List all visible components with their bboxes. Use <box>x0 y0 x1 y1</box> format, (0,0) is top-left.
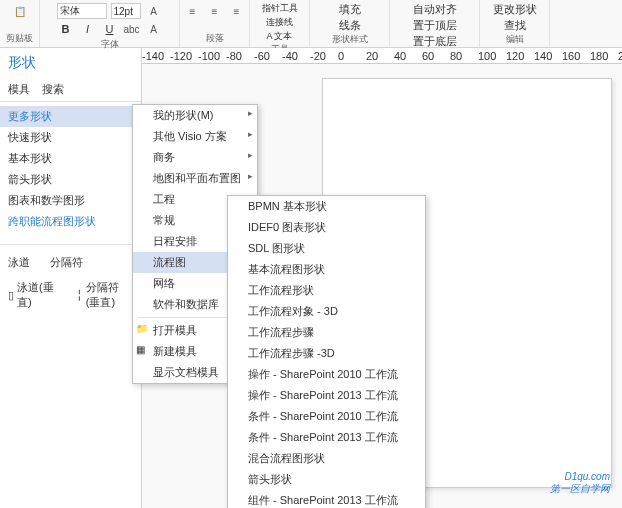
ruler-tick: 140 <box>534 50 552 62</box>
menu-item[interactable]: 工作流程形状 <box>228 280 425 301</box>
tab-search[interactable]: 搜索 <box>42 82 64 97</box>
sidebar-item-more-shapes[interactable]: 更多形状 <box>0 106 141 127</box>
ruler-tick: -40 <box>282 50 298 62</box>
ruler-tick: -20 <box>310 50 326 62</box>
shapes-sidebar: 形状 模具 搜索 更多形状 快速形状 基本形状 箭头形状 图表和数学图形 跨职能… <box>0 48 142 508</box>
ruler-tick: 200 <box>618 50 622 62</box>
align-button[interactable]: 自动对齐 <box>413 2 457 17</box>
ribbon-tools: 指针工具 连接线 A 文本 工具 <box>250 0 310 47</box>
font-color-icon[interactable]: A <box>145 20 163 38</box>
ruler-tick: 60 <box>422 50 434 62</box>
menu-item[interactable]: 操作 - SharePoint 2013 工作流 <box>228 385 425 406</box>
paste-button[interactable]: 📋 <box>11 2 29 20</box>
change-shape-button[interactable]: 更改形状 <box>493 2 537 17</box>
menu-item[interactable]: IDEF0 图表形状 <box>228 217 425 238</box>
menu-item[interactable]: 操作 - SharePoint 2010 工作流 <box>228 364 425 385</box>
ruler-tick: 180 <box>590 50 608 62</box>
menu-item[interactable]: 箭头形状 <box>228 469 425 490</box>
send-back-button[interactable]: 置于底层 <box>413 34 457 49</box>
sidebar-item[interactable]: 箭头形状 <box>0 169 141 190</box>
menu-item[interactable]: 我的形状(M) <box>133 105 257 126</box>
menu-item[interactable]: 条件 - SharePoint 2013 工作流 <box>228 427 425 448</box>
ribbon-shape-styles: 填充 线条 形状样式 <box>310 0 390 47</box>
menu-item[interactable]: 条件 - SharePoint 2010 工作流 <box>228 406 425 427</box>
ribbon-clipboard: 📋 剪贴板 <box>0 0 40 47</box>
ruler-tick: -60 <box>254 50 270 62</box>
horizontal-ruler: -140-120-100-80-60-40-200204060801001201… <box>142 48 622 64</box>
find-button[interactable]: 查找 <box>504 18 526 33</box>
ribbon: 📋 剪贴板 A B I U abc A 字体 ≡ ≡ ≡ 段落 指针工具 连接线… <box>0 0 622 48</box>
ribbon-paragraph: ≡ ≡ ≡ 段落 <box>180 0 250 47</box>
shape-separator-v[interactable]: ╎分隔符(垂直) <box>76 280 133 310</box>
separator-icon: ╎ <box>76 289 83 302</box>
ruler-tick: 80 <box>450 50 462 62</box>
ribbon-label: 剪贴板 <box>6 32 33 45</box>
menu-item[interactable]: 工作流程步骤 <box>228 322 425 343</box>
menu-item[interactable]: 混合流程图形状 <box>228 448 425 469</box>
ruler-tick: 100 <box>478 50 496 62</box>
ribbon-label: 形状样式 <box>332 33 368 46</box>
strike-icon[interactable]: abc <box>123 20 141 38</box>
bold-icon[interactable]: B <box>57 20 75 38</box>
menu-item[interactable]: SDL 图形状 <box>228 238 425 259</box>
ruler-tick: 0 <box>338 50 344 62</box>
align-center-icon[interactable]: ≡ <box>206 2 224 20</box>
sidebar-item[interactable]: 快速形状 <box>0 127 141 148</box>
sub-swimlane[interactable]: 泳道 <box>8 255 30 270</box>
menu-item[interactable]: 商务 <box>133 147 257 168</box>
menu-item[interactable]: 其他 Visio 方案 <box>133 126 257 147</box>
swimlane-icon: ▯ <box>8 289 14 302</box>
menu-icon: ▦ <box>136 344 148 356</box>
font-name-select[interactable] <box>57 3 107 19</box>
ruler-tick: 160 <box>562 50 580 62</box>
ribbon-label: 编辑 <box>506 33 524 46</box>
text-tool-button[interactable]: A 文本 <box>266 30 292 43</box>
sidebar-sub-section: 泳道 分隔符 ▯泳道(垂直) ╎分隔符(垂直) <box>0 244 141 316</box>
menu-item[interactable]: 组件 - SharePoint 2013 工作流 <box>228 490 425 508</box>
pointer-tool-button[interactable]: 指针工具 <box>262 2 298 15</box>
fill-button[interactable]: 填充 <box>339 2 361 17</box>
ruler-tick: -80 <box>226 50 242 62</box>
align-right-icon[interactable]: ≡ <box>228 2 246 20</box>
menu-item[interactable]: 基本流程图形状 <box>228 259 425 280</box>
ribbon-label: 段落 <box>206 32 224 45</box>
menu-item[interactable]: 地图和平面布置图 <box>133 168 257 189</box>
font-size-select[interactable] <box>111 3 141 19</box>
italic-icon[interactable]: I <box>79 20 97 38</box>
sidebar-item[interactable]: 图表和数学图形 <box>0 190 141 211</box>
increase-font-icon[interactable]: A <box>145 2 163 20</box>
sidebar-title: 形状 <box>0 48 141 78</box>
menu-icon: 📁 <box>136 323 148 335</box>
bring-front-button[interactable]: 置于顶层 <box>413 18 457 33</box>
align-left-icon[interactable]: ≡ <box>184 2 202 20</box>
menu-item[interactable]: 工作流程步骤 -3D <box>228 343 425 364</box>
shape-category-list: 更多形状 快速形状 基本形状 箭头形状 图表和数学图形 跨职能流程图形状 <box>0 102 141 236</box>
ribbon-edit: 更改形状 查找 编辑 <box>480 0 550 47</box>
sidebar-tabs: 模具 搜索 <box>0 78 141 102</box>
menu-item[interactable]: 工作流程对象 - 3D <box>228 301 425 322</box>
shape-swimlane-v[interactable]: ▯泳道(垂直) <box>8 280 56 310</box>
ribbon-font: A B I U abc A 字体 <box>40 0 180 47</box>
sidebar-item[interactable]: 基本形状 <box>0 148 141 169</box>
connector-button[interactable]: 连接线 <box>266 16 293 29</box>
context-menu-flowchart: BPMN 基本形状IDEF0 图表形状SDL 图形状基本流程图形状工作流程形状工… <box>227 195 426 508</box>
menu-item[interactable]: BPMN 基本形状 <box>228 196 425 217</box>
ribbon-label: 字体 <box>101 38 119 51</box>
ribbon-arrange: 自动对齐 置于顶层 置于底层 排列 <box>390 0 480 47</box>
ruler-tick: 120 <box>506 50 524 62</box>
ruler-tick: 20 <box>366 50 378 62</box>
sub-separator[interactable]: 分隔符 <box>50 255 83 270</box>
ruler-tick: -120 <box>170 50 192 62</box>
ruler-tick: -100 <box>198 50 220 62</box>
tab-stencils[interactable]: 模具 <box>8 82 30 97</box>
ruler-tick: -140 <box>142 50 164 62</box>
line-button[interactable]: 线条 <box>339 18 361 33</box>
sidebar-item-crossfunc[interactable]: 跨职能流程图形状 <box>0 211 141 232</box>
ruler-tick: 40 <box>394 50 406 62</box>
watermark: D1qu.com 第一区自学网 <box>550 471 610 496</box>
underline-icon[interactable]: U <box>101 20 119 38</box>
